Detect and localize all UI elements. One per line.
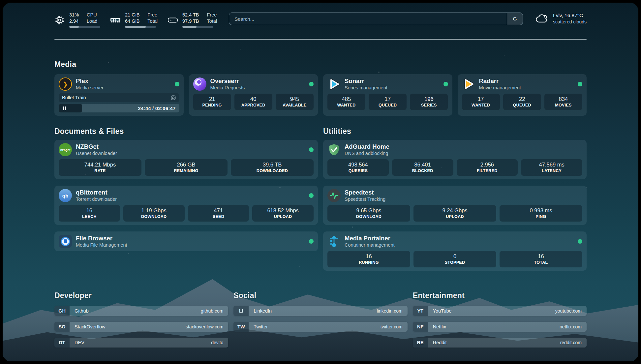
service-card-nzbget[interactable]: nzbget NZBGet Usenet downloader 744.21 M… (54, 140, 318, 179)
bookmark-name: Netflix (428, 322, 446, 332)
disk-widget: 52.4 TB 97.9 TB Free Total (168, 12, 217, 28)
bookmark-youtube[interactable]: YT YouTube youtube.com (413, 306, 587, 316)
nzbget-icon: nzbget (59, 143, 72, 156)
bookmark-dev[interactable]: DT DEV dev.to (54, 338, 228, 348)
status-dot (309, 193, 314, 198)
stat-rate: 744.21 Mbps RATE (59, 159, 141, 176)
service-name: Speedtest (345, 189, 385, 196)
media-card-row: ❯ Plex Media server Bullet Train (54, 74, 587, 116)
bookmark-netflix[interactable]: NF Netflix netflix.com (413, 322, 587, 332)
service-name: Media Portainer (345, 235, 395, 242)
service-card-sonarr[interactable]: Sonarr Series management 485 WANTED 17 Q… (323, 74, 452, 116)
memory-widget: 21 GiB 64 GiB Free Total (110, 12, 158, 28)
radarr-icon (462, 77, 475, 91)
section-title-utilities: Utilities (323, 127, 587, 136)
bookmark-twitter[interactable]: TW Twitter twitter.com (233, 322, 407, 332)
status-dot (309, 147, 314, 152)
bookmark-stackoverflow[interactable]: SO StackOverflow stackoverflow.com (54, 322, 228, 332)
stat-upload: 618.52 Mbps UPLOAD (252, 205, 314, 222)
bookmark-abbr: RE (413, 338, 428, 348)
bookmark-url: netflix.com (560, 322, 587, 332)
service-name: NZBGet (76, 143, 117, 150)
service-card-overseerr[interactable]: Overseerr Media Requests 21 PENDING 40 A… (189, 74, 318, 116)
service-card-qbittorrent[interactable]: qb qBittorrent Torrent downloader 16 (54, 186, 318, 225)
bookmark-group-entertainment: Entertainment YT YouTube youtube.com NF … (413, 291, 587, 348)
now-playing-row: Bullet Train (59, 93, 179, 102)
memory-total-label: Total (147, 18, 158, 24)
stat-filtered: 2,956 FILTERED (457, 159, 518, 176)
cpu-progress-fill (69, 26, 79, 28)
stat-queued: 22 QUEUED (503, 94, 541, 110)
service-description: Container management (345, 242, 395, 248)
cpu-load-value: 2.94 (69, 18, 79, 24)
bookmark-group-social: Social LI LinkedIn linkedin.com TW Twitt… (233, 291, 407, 348)
search-input[interactable] (229, 13, 507, 25)
pause-icon (63, 106, 66, 110)
disk-free-label: Free (207, 12, 217, 18)
stat-approved: 40 APPROVED (234, 94, 272, 110)
disk-icon (168, 15, 178, 25)
section-title-media: Media (54, 60, 587, 69)
stat-stopped: 0 STOPPED (413, 251, 496, 267)
service-card-portainer[interactable]: Media Portainer Container management 16 … (323, 231, 587, 271)
status-dot (443, 82, 448, 86)
service-card-filebrowser[interactable]: File Browser Media File Management (54, 231, 318, 251)
service-description: Series management (345, 85, 387, 91)
playback-progress-bar: 24:44 / 02:06:47 (59, 104, 179, 112)
bookmark-abbr: LI (233, 306, 249, 316)
stat-ping: 0.993 ms PING (500, 205, 582, 222)
resource-widgets: 31% 2.94 CPU Load (54, 12, 217, 28)
bookmark-name: StackOverflow (70, 322, 105, 332)
stat-running: 16 RUNNING (327, 251, 410, 267)
memory-total-value: 64 GiB (125, 18, 139, 24)
cpu-widget: 31% 2.94 CPU Load (54, 12, 100, 28)
service-card-radarr[interactable]: Radarr Movie management 17 WANTED 22 QUE… (458, 74, 587, 116)
stat-seed: 471 SEED (188, 205, 249, 222)
search-provider-button[interactable]: G (507, 13, 523, 25)
status-dot (578, 82, 582, 86)
stat-wanted: 17 WANTED (462, 94, 500, 110)
bookmark-linkedin[interactable]: LI LinkedIn linkedin.com (233, 306, 407, 316)
service-description: Movie management (479, 85, 521, 91)
speedtest-pulse-icon (327, 189, 341, 202)
disk-free-value: 52.4 TB (182, 12, 199, 18)
bookmark-url: dev.to (211, 338, 228, 348)
stat-downloaded: 39.6 TB DOWNLOADED (231, 159, 314, 176)
stat-total: 16 TOTAL (500, 251, 582, 267)
bookmark-name: Reddit (428, 338, 447, 348)
service-description: Torrent downloader (76, 196, 117, 202)
section-title-documents: Documents & Files (54, 127, 318, 136)
stat-blocked: 86,401 BLOCKED (392, 159, 453, 176)
snow-specks (3, 3, 3, 3)
service-name: Overseerr (210, 77, 245, 85)
sonarr-icon (327, 77, 341, 91)
playback-time: 24:44 / 02:06:47 (138, 104, 175, 112)
bookmark-github[interactable]: GH Github github.com (54, 306, 228, 316)
disk-total-value: 97.9 TB (182, 18, 199, 24)
service-description: Media server (76, 85, 104, 91)
search-bar: G (229, 13, 523, 25)
bookmark-url: reddit.com (560, 338, 587, 348)
stat-movies: 834 MOVIES (544, 94, 582, 110)
weather-location-temp: Lviv, 16.87°C (553, 13, 587, 18)
memory-icon (110, 15, 121, 25)
service-card-adguard[interactable]: AdGuard Home DNS and adblocking 498,564 … (323, 140, 587, 179)
cpu-usage-value: 31% (69, 12, 79, 18)
service-description: DNS and adblocking (345, 150, 389, 156)
service-card-speedtest[interactable]: Speedtest Speedtest Tracking 9.65 Gbps D… (323, 186, 587, 225)
bookmark-name: YouTube (428, 306, 452, 316)
bookmark-abbr: YT (413, 306, 428, 316)
adguard-shield-icon (327, 143, 341, 156)
bookmark-reddit[interactable]: RE Reddit reddit.com (413, 338, 587, 348)
section-title-social: Social (233, 291, 407, 300)
stat-available: 945 AVAILABLE (276, 94, 314, 110)
service-name: Plex (76, 77, 104, 85)
service-card-plex[interactable]: ❯ Plex Media server Bullet Train (54, 74, 184, 116)
bookmark-name: LinkedIn (249, 306, 272, 316)
bookmark-url: linkedin.com (377, 306, 408, 316)
bookmark-url: stackoverflow.com (186, 322, 228, 332)
bookmark-abbr: DT (54, 338, 70, 348)
stat-series: 196 SERIES (410, 94, 448, 110)
bookmark-url: youtube.com (555, 306, 587, 316)
weather-condition: scattered clouds (553, 19, 587, 24)
